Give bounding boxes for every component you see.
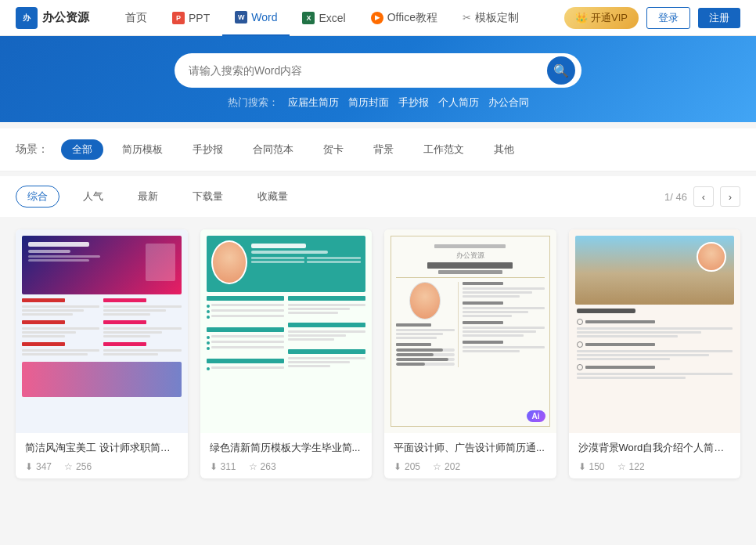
nav-item-office[interactable]: ▶ Office教程 [358, 0, 450, 36]
star-icon: ☆ [64, 461, 73, 472]
search-section: 🔍 热门搜索： 应届生简历 简历封面 手抄报 个人简历 办公合同 [0, 36, 756, 122]
star-stat: ☆ 122 [617, 461, 645, 472]
word-icon: W [235, 11, 247, 23]
card-2-title: 绿色清新简历模板大学生毕业简... [210, 441, 363, 455]
register-button[interactable]: 注册 [698, 8, 740, 28]
card-2-info: 绿色清新简历模板大学生毕业简... ⬇ 311 ☆ 263 [200, 433, 373, 478]
logo-icon: 办 [16, 7, 38, 29]
header-right: 👑 开通VIP 登录 注册 [564, 7, 740, 29]
scene-tag-handcopy[interactable]: 手抄报 [182, 139, 234, 160]
cards-grid: 简洁风淘宝美工 设计师求职简历... ⬇ 347 ☆ 256 [0, 217, 756, 491]
nav: 首页 P PPT W Word X Excel ▶ Office教程 ✂ 模板定… [113, 0, 564, 36]
nav-item-word[interactable]: W Word [222, 0, 290, 36]
logo-text: 办公资源 [42, 10, 89, 25]
scene-section: 场景： 全部 简历模板 手抄报 合同范本 贺卡 背景 工作范文 其他 [0, 128, 756, 171]
login-button[interactable]: 登录 [646, 7, 690, 29]
header: 办 办公资源 首页 P PPT W Word X Excel ▶ Office教… [0, 0, 756, 36]
download-icon: ⬇ [210, 461, 218, 472]
scene-tag-other[interactable]: 其他 [483, 139, 525, 160]
hot-tag-5[interactable]: 办公合同 [488, 96, 529, 110]
hot-search-label: 热门搜索： [228, 96, 279, 110]
download-icon: ⬇ [25, 461, 33, 472]
next-page-button[interactable]: › [720, 186, 740, 207]
sort-favorites[interactable]: 收藏量 [247, 186, 299, 207]
hot-tag-3[interactable]: 手抄报 [398, 96, 429, 110]
vip-button[interactable]: 👑 开通VIP [564, 7, 639, 29]
scene-tag-card[interactable]: 贺卡 [312, 139, 355, 160]
star-icon: ☆ [433, 461, 441, 472]
office-icon: ▶ [371, 12, 383, 24]
nav-item-ppt[interactable]: P PPT [160, 0, 222, 36]
download-stat: ⬇ 205 [394, 461, 420, 472]
sort-comprehensive[interactable]: 综合 [16, 186, 59, 208]
excel-icon: X [302, 12, 315, 24]
card-1-info: 简洁风淘宝美工 设计师求职简历... ⬇ 347 ☆ 256 [16, 433, 188, 478]
star-stat: ☆ 202 [433, 461, 460, 472]
card-1-image [16, 229, 188, 433]
hot-tag-1[interactable]: 应届生简历 [288, 96, 339, 110]
card-2-image [200, 229, 373, 433]
download-icon: ⬇ [394, 461, 401, 472]
card-3-image: 办公资源 [384, 229, 556, 433]
card-4-stats: ⬇ 150 ☆ 122 [578, 461, 732, 472]
scene-tag-resume[interactable]: 简历模板 [111, 139, 174, 160]
crown-icon: 👑 [575, 12, 588, 23]
nav-item-home[interactable]: 首页 [113, 0, 160, 36]
hot-tag-2[interactable]: 简历封面 [348, 96, 389, 110]
template-icon: ✂ [463, 12, 471, 23]
card-4-title: 沙漠背景Word自我介绍个人简历... [578, 441, 732, 455]
scene-tag-all[interactable]: 全部 [61, 139, 103, 160]
card-4[interactable]: 沙漠背景Word自我介绍个人简历... ⬇ 150 ☆ 122 [569, 229, 741, 478]
scene-tag-contract[interactable]: 合同范本 [242, 139, 304, 160]
scene-label: 场景： [16, 143, 49, 157]
download-stat: ⬇ 150 [578, 461, 605, 472]
download-stat: ⬇ 311 [210, 461, 236, 472]
search-bar: 🔍 [175, 53, 581, 88]
scene-tag-work[interactable]: 工作范文 [412, 139, 475, 160]
hot-tag-4[interactable]: 个人简历 [438, 96, 479, 110]
card-3-info: 平面设计师、广告设计师简历通... ⬇ 205 ☆ 202 [384, 433, 556, 478]
hot-search: 热门搜索： 应届生简历 简历封面 手抄报 个人简历 办公合同 [0, 96, 756, 110]
star-icon: ☆ [249, 461, 257, 472]
prev-page-button[interactable]: ‹ [693, 186, 714, 207]
card-3[interactable]: 办公资源 [384, 229, 556, 478]
card-1-stats: ⬇ 347 ☆ 256 [25, 461, 178, 472]
logo[interactable]: 办 办公资源 [16, 7, 89, 29]
download-stat: ⬇ 347 [25, 461, 52, 472]
star-icon: ☆ [617, 461, 626, 472]
sort-downloads[interactable]: 下载量 [182, 186, 234, 207]
sort-popularity[interactable]: 人气 [72, 186, 114, 207]
sort-section: 综合 人气 最新 下载量 收藏量 1/ 46 ‹ › [0, 176, 756, 217]
page-info: 1/ 46 [664, 191, 687, 203]
nav-item-template[interactable]: ✂ 模板定制 [450, 0, 531, 36]
scene-tags: 全部 简历模板 手抄报 合同范本 贺卡 背景 工作范文 其他 [61, 139, 525, 160]
ppt-icon: P [172, 12, 185, 24]
card-2[interactable]: 绿色清新简历模板大学生毕业简... ⬇ 311 ☆ 263 [200, 229, 373, 478]
search-button[interactable]: 🔍 [547, 56, 575, 85]
sort-left: 综合 人气 最新 下载量 收藏量 [16, 186, 299, 208]
download-icon: ⬇ [578, 461, 586, 472]
card-1-title: 简洁风淘宝美工 设计师求职简历... [25, 441, 178, 455]
card-4-image [569, 229, 741, 433]
star-stat: ☆ 263 [249, 461, 276, 472]
card-3-stats: ⬇ 205 ☆ 202 [394, 461, 547, 472]
scene-tag-bg[interactable]: 背景 [362, 139, 405, 160]
sort-newest[interactable]: 最新 [127, 186, 169, 207]
search-input[interactable] [189, 64, 547, 77]
card-4-info: 沙漠背景Word自我介绍个人简历... ⬇ 150 ☆ 122 [569, 433, 741, 478]
nav-item-excel[interactable]: X Excel [290, 0, 358, 36]
card-1[interactable]: 简洁风淘宝美工 设计师求职简历... ⬇ 347 ☆ 256 [16, 229, 188, 478]
card-2-stats: ⬇ 311 ☆ 263 [210, 461, 363, 472]
star-stat: ☆ 256 [64, 461, 92, 472]
sort-right: 1/ 46 ‹ › [664, 186, 740, 207]
card-3-title: 平面设计师、广告设计师简历通... [394, 441, 547, 455]
ai-badge-3: Ai [527, 410, 545, 422]
